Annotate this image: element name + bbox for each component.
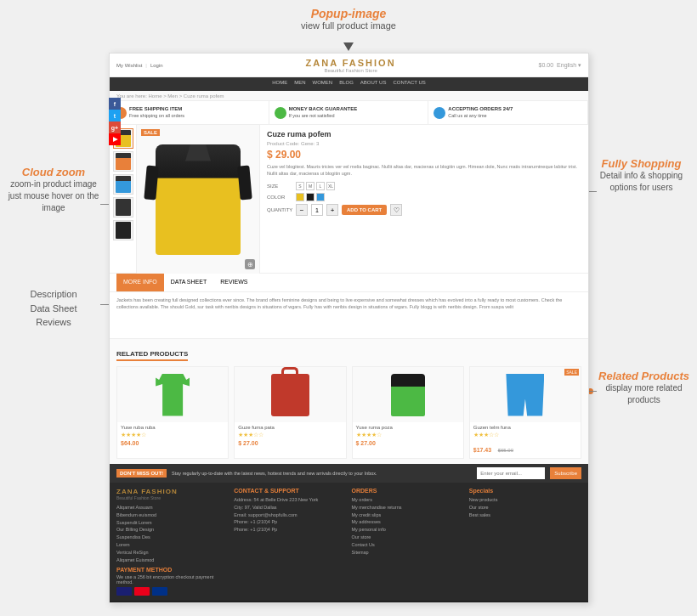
specials-link[interactable]: Our store [469, 504, 581, 511]
product-title: Cuze ruma pofem [267, 130, 581, 138]
tab-reviews[interactable]: REVIEWS [213, 274, 254, 291]
twitter-button[interactable]: t [109, 110, 121, 122]
money-back-item: MONEY BACK GUARANTEEIf you are not satis… [269, 101, 429, 124]
size-m[interactable]: M [306, 182, 314, 190]
nav-blog[interactable]: BLOG [339, 80, 354, 88]
footer-link[interactable]: Suspendit Lorem [116, 519, 229, 527]
sale-badge: SALE [141, 129, 160, 136]
related-item-1[interactable]: Yuse ruba ruba ★★★★☆ $64.00 [116, 366, 229, 459]
orders-link[interactable]: Contact Us [352, 541, 464, 549]
description-content: Jackets has been creating full designed … [110, 292, 588, 339]
orders-link[interactable]: Our store [352, 534, 464, 541]
english-toggle[interactable]: English ▾ [557, 62, 581, 69]
site-logo: ZANA FASHION Beautiful Fashion Store [163, 58, 539, 73]
specials-link[interactable]: Best sales [469, 511, 581, 519]
footer-link[interactable]: Our Billing Design [116, 526, 229, 534]
mastercard-icon [134, 587, 150, 596]
subscribe-button[interactable]: Subscribe [550, 467, 581, 479]
orders-link[interactable]: My addresses [352, 518, 464, 526]
orders-link[interactable]: Sitemap [352, 549, 464, 557]
nav-contact[interactable]: CONTACT US [393, 80, 425, 88]
related-img-3 [353, 367, 463, 422]
footer-link[interactable]: Aliqamet Assuam [116, 504, 229, 511]
jacket2-illustration [391, 374, 425, 416]
specials-link[interactable]: New products [469, 496, 581, 504]
thumb-5[interactable] [113, 220, 133, 240]
google-plus-button[interactable]: g+ [109, 122, 121, 133]
thumb-4[interactable] [113, 197, 133, 218]
qty-label: QUANTITY [267, 207, 292, 212]
size-xl[interactable]: XL [326, 182, 335, 190]
specials-col-title: Specials [469, 488, 581, 494]
footer-logo: ZANA FASHION [116, 488, 229, 495]
sale-badge-related: SALE [564, 369, 579, 376]
color-black[interactable] [306, 193, 314, 201]
orders-link[interactable]: My orders [352, 496, 464, 504]
header-right: $0.00 English ▾ [539, 62, 581, 69]
product-main-image[interactable]: SALE ⊕ [137, 125, 260, 274]
newsletter-text: Stay regularly up-to-date with the lates… [172, 471, 472, 476]
payment-text: We use a 256 bit encryption checkout pay… [116, 574, 229, 585]
related-name-2: Guze fuma pata [238, 425, 342, 430]
qty-minus[interactable]: − [296, 204, 308, 216]
related-item-3[interactable]: Yuse ruma poza ★★★★☆ $ 27.00 [352, 366, 464, 459]
login-link[interactable]: Login [150, 63, 163, 68]
size-l[interactable]: L [316, 182, 325, 190]
phone2: Phone: +1 (210)4 Pp [234, 526, 346, 534]
footer-col-4: Specials New products Our store Best sal… [469, 488, 581, 596]
tab-data-sheet[interactable]: DATA SHEET [164, 274, 214, 291]
money-back-icon [275, 107, 286, 119]
product-code: Product Code: Gene: 3 [267, 141, 581, 146]
related-name-3: Yuse ruma poza [356, 425, 460, 430]
related-price-2: $ 27.00 [238, 440, 342, 446]
wishlist-link[interactable]: My Wishlist [116, 63, 142, 68]
related-info-4: Guzen telm funa ★★★☆☆ $17.43 $65.00 [470, 422, 581, 458]
header-left: My Wishlist | Login [116, 63, 163, 68]
related-old-price: $65.00 [498, 448, 513, 453]
orders-link[interactable]: My personal info [352, 526, 464, 534]
wishlist-button[interactable]: ♡ [390, 204, 402, 216]
color-blue[interactable] [316, 193, 325, 201]
add-to-cart-button[interactable]: ADD TO CART [342, 205, 387, 215]
youtube-button[interactable]: ▶ [109, 133, 121, 145]
zoom-icon[interactable]: ⊕ [245, 259, 255, 269]
tshirt-illustration [156, 374, 190, 416]
size-s[interactable]: S [296, 182, 304, 190]
related-products-section: RELATED PRODUCTS Yuse ruba ruba ★★★★☆ $6… [110, 339, 588, 464]
tab-more-info[interactable]: MORE INFO [116, 274, 164, 291]
related-sale-price: $17.43 [473, 447, 491, 453]
footer-link[interactable]: Suspendiss Des [116, 534, 229, 541]
nav-women[interactable]: WOMEN [312, 80, 332, 88]
color-yellow[interactable] [296, 193, 304, 201]
address: Address: 54 at Belle Drive 223 New York [234, 496, 346, 504]
related-products-title: Related Products [595, 370, 693, 382]
nav-home[interactable]: HOME [272, 80, 287, 88]
footer-col-1: ZANA FASHION Beautiful Fashion Store Ali… [116, 488, 229, 596]
related-item-4[interactable]: SALE Guzen telm funa ★★★☆☆ $17.43 $65.00 [469, 366, 581, 459]
footer-link[interactable]: Vertical ReSign [116, 549, 229, 557]
free-shipping-text: FREE SHIPPING ITEMFree shipping on all o… [129, 106, 184, 119]
product-details: Cuze ruma pofem Product Code: Gene: 3 $ … [260, 125, 588, 273]
nav-men[interactable]: MEN [294, 80, 305, 88]
qty-plus[interactable]: + [326, 204, 338, 216]
related-products-heading: RELATED PRODUCTS [116, 350, 188, 361]
visa-icon [116, 587, 132, 596]
related-products-annotation: Related Products display more related pr… [595, 370, 693, 406]
orders-link[interactable]: My merchandise returns [352, 504, 464, 511]
orders-link[interactable]: My credit slips [352, 511, 464, 519]
newsletter-bar: DON'T MISS OUT! Stay regularly up-to-dat… [110, 464, 588, 483]
thumb-2[interactable] [113, 151, 133, 172]
related-item-2[interactable]: Guze fuma pata ★★★☆☆ $ 27.00 [234, 366, 346, 459]
product-options: SIZE S M L XL COLOR [267, 182, 581, 216]
related-name-1: Yuse ruba ruba [121, 425, 224, 430]
footer-link[interactable]: Lorem [116, 541, 229, 549]
main-container: Popup-image view full product image Clou… [0, 0, 697, 616]
nav-about[interactable]: ABOUT US [360, 80, 387, 88]
footer-link[interactable]: Bibendum euismod [116, 511, 229, 519]
facebook-button[interactable]: f [109, 98, 121, 110]
newsletter-input[interactable] [477, 467, 545, 479]
website-screenshot: My Wishlist | Login ZANA FASHION Beautif… [109, 53, 589, 603]
thumb-3[interactable] [113, 174, 133, 195]
footer-link[interactable]: Aliqamet Euismod [116, 557, 229, 564]
shorts-illustration [506, 374, 544, 416]
